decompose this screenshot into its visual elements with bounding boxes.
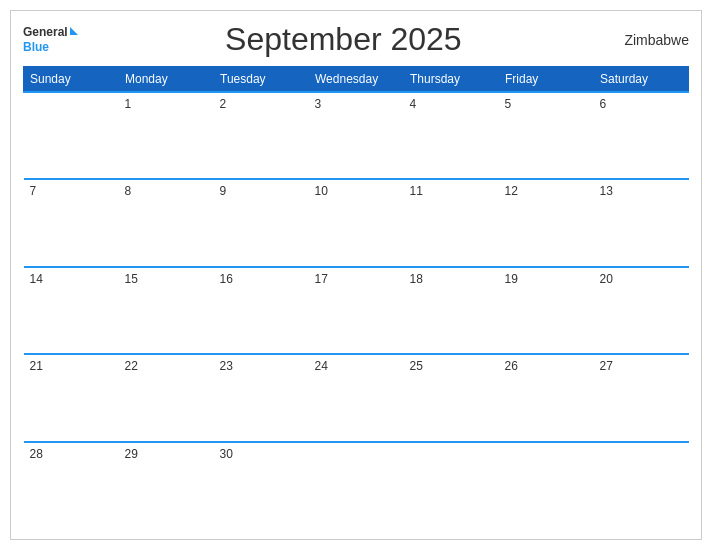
day-number: 14 — [30, 272, 43, 286]
day-header-thursday: Thursday — [404, 67, 499, 93]
day-header-monday: Monday — [119, 67, 214, 93]
day-number: 22 — [125, 359, 138, 373]
day-header-sunday: Sunday — [24, 67, 119, 93]
day-number: 5 — [505, 97, 512, 111]
day-number: 10 — [315, 184, 328, 198]
day-number: 24 — [315, 359, 328, 373]
day-number: 25 — [410, 359, 423, 373]
day-cell: 7 — [24, 179, 119, 266]
day-number: 11 — [410, 184, 423, 198]
day-cell: 9 — [214, 179, 309, 266]
day-cell: 29 — [119, 442, 214, 529]
day-number: 7 — [30, 184, 37, 198]
day-number: 1 — [125, 97, 132, 111]
day-cell: 17 — [309, 267, 404, 354]
day-number: 27 — [600, 359, 613, 373]
day-number: 9 — [220, 184, 227, 198]
day-number: 29 — [125, 447, 138, 461]
day-number: 23 — [220, 359, 233, 373]
week-row-1: 78910111213 — [24, 179, 689, 266]
day-number: 16 — [220, 272, 233, 286]
day-cell: 27 — [594, 354, 689, 441]
day-number: 3 — [315, 97, 322, 111]
day-number: 2 — [220, 97, 227, 111]
day-cell: 22 — [119, 354, 214, 441]
day-number: 8 — [125, 184, 132, 198]
day-header-tuesday: Tuesday — [214, 67, 309, 93]
day-cell: 6 — [594, 92, 689, 179]
day-cell: 14 — [24, 267, 119, 354]
day-cell: 15 — [119, 267, 214, 354]
day-number: 21 — [30, 359, 43, 373]
logo-general: General — [23, 25, 68, 39]
country-label: Zimbabwe — [609, 32, 689, 48]
day-cell: 5 — [499, 92, 594, 179]
day-number: 19 — [505, 272, 518, 286]
day-number: 13 — [600, 184, 613, 198]
day-number: 28 — [30, 447, 43, 461]
day-cell: 3 — [309, 92, 404, 179]
day-number: 15 — [125, 272, 138, 286]
day-cell: 11 — [404, 179, 499, 266]
day-header-saturday: Saturday — [594, 67, 689, 93]
day-cell: 13 — [594, 179, 689, 266]
day-cell: 24 — [309, 354, 404, 441]
day-cell — [499, 442, 594, 529]
day-cell: 23 — [214, 354, 309, 441]
calendar-table: SundayMondayTuesdayWednesdayThursdayFrid… — [23, 66, 689, 529]
day-cell: 30 — [214, 442, 309, 529]
day-cell — [594, 442, 689, 529]
day-cell — [404, 442, 499, 529]
day-cell: 26 — [499, 354, 594, 441]
day-cell: 8 — [119, 179, 214, 266]
day-cell: 25 — [404, 354, 499, 441]
day-cell: 12 — [499, 179, 594, 266]
logo-blue: Blue — [23, 40, 78, 54]
day-cell — [309, 442, 404, 529]
day-number: 30 — [220, 447, 233, 461]
day-cell: 21 — [24, 354, 119, 441]
day-cell: 4 — [404, 92, 499, 179]
day-number: 26 — [505, 359, 518, 373]
week-row-3: 21222324252627 — [24, 354, 689, 441]
day-cell: 16 — [214, 267, 309, 354]
day-number: 18 — [410, 272, 423, 286]
logo: General Blue — [23, 25, 78, 54]
day-cell: 18 — [404, 267, 499, 354]
day-header-friday: Friday — [499, 67, 594, 93]
day-header-wednesday: Wednesday — [309, 67, 404, 93]
day-number: 12 — [505, 184, 518, 198]
day-number: 17 — [315, 272, 328, 286]
day-cell: 19 — [499, 267, 594, 354]
day-number: 6 — [600, 97, 607, 111]
week-row-4: 282930 — [24, 442, 689, 529]
day-cell — [24, 92, 119, 179]
calendar-title: September 2025 — [78, 21, 609, 58]
day-cell: 1 — [119, 92, 214, 179]
calendar-header: General Blue September 2025 Zimbabwe — [23, 21, 689, 58]
day-cell: 10 — [309, 179, 404, 266]
logo-triangle-icon — [70, 27, 78, 35]
day-number: 20 — [600, 272, 613, 286]
day-cell: 28 — [24, 442, 119, 529]
day-header-row: SundayMondayTuesdayWednesdayThursdayFrid… — [24, 67, 689, 93]
day-number: 4 — [410, 97, 417, 111]
week-row-2: 14151617181920 — [24, 267, 689, 354]
day-cell: 2 — [214, 92, 309, 179]
calendar-wrapper: General Blue September 2025 Zimbabwe Sun… — [10, 10, 702, 540]
day-cell: 20 — [594, 267, 689, 354]
week-row-0: 123456 — [24, 92, 689, 179]
